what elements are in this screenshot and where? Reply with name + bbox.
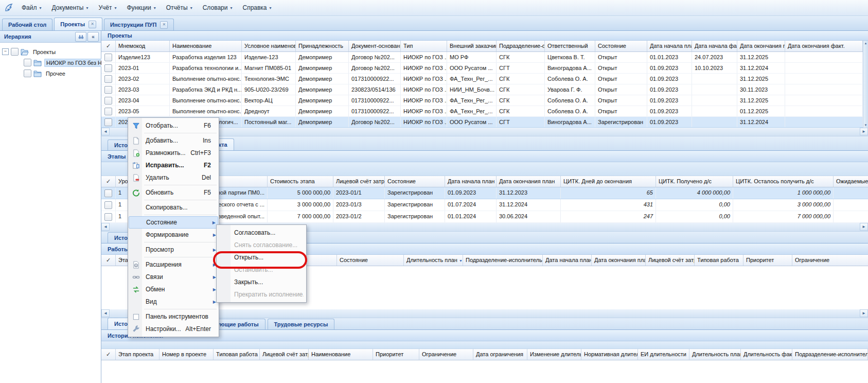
cell[interactable]: Открыт (595, 106, 647, 116)
scroll-down-icon[interactable]: ▼ (864, 124, 867, 127)
column-header[interactable]: Лицевой счёт затрат. (333, 176, 385, 187)
row-checkbox[interactable] (104, 213, 112, 221)
cell[interactable]: 31.12.2025 (737, 95, 785, 106)
column-header[interactable]: Дата окончания факт. (785, 41, 863, 51)
cell[interactable]: НИОКР по ГОЗ ... (401, 63, 447, 73)
row-checkbox-cell[interactable] (101, 117, 116, 127)
column-header[interactable]: Ограничение (792, 255, 868, 266)
cell[interactable]: 01.12.2025 (737, 106, 785, 116)
cell[interactable]: НИОКР по ГОЗ ... (401, 106, 447, 116)
cell[interactable] (692, 106, 737, 116)
cell[interactable]: Демопример (296, 52, 349, 62)
cell[interactable]: 3 000 000,00 (733, 199, 834, 211)
row-checkbox[interactable] (104, 86, 112, 94)
tab[interactable]: Проекты✕ (54, 18, 102, 30)
column-header[interactable]: Принадлежность (296, 41, 349, 51)
scroll-right-icon[interactable]: ► (860, 309, 868, 317)
row-checkbox-cell[interactable] (101, 187, 116, 199)
column-header[interactable]: Подразделение-исполнитель (792, 349, 868, 360)
cell[interactable]: 7 000 000,00 (733, 211, 834, 222)
cell[interactable] (785, 117, 863, 127)
menu-item[interactable]: Формирование▶ (129, 229, 218, 241)
tree-checkbox[interactable] (11, 48, 19, 56)
column-header[interactable]: Ограничение (419, 349, 473, 360)
menu-item[interactable]: Согласовать... (217, 227, 306, 239)
cell[interactable]: 30.11.2023 (737, 84, 785, 95)
menu-item[interactable]: ОбновитьF5 (129, 186, 218, 199)
cell[interactable]: 905-U020-23/269 (242, 84, 296, 95)
cell[interactable]: 5 000 000,00 (268, 187, 333, 199)
column-header[interactable]: ЦИТК. Получено д/с (656, 176, 733, 187)
row-checkbox[interactable] (104, 189, 112, 197)
cell[interactable]: Постоянный маг... (242, 117, 296, 127)
menu-documents[interactable]: Документы▾ (47, 2, 94, 13)
select-all-column-header[interactable]: ✓ (101, 255, 116, 266)
cell[interactable]: ООО Русатом ... (447, 63, 497, 73)
menu-item[interactable]: Состояние▶ (129, 216, 218, 229)
cell[interactable]: 24.07.2023 (692, 52, 737, 62)
cell[interactable]: 4 000 000,00 (656, 187, 733, 199)
cell[interactable]: НИОКР по ГОЗ ... (401, 95, 447, 106)
cell[interactable]: Магнит ПМ085-01 (242, 63, 296, 73)
column-header[interactable]: Стоимость этапа (268, 176, 333, 187)
column-header[interactable]: Лицевой счёт затрат (260, 349, 309, 360)
row-checkbox-cell[interactable] (101, 74, 116, 84)
column-header[interactable]: Состояние (595, 41, 647, 51)
tab[interactable]: Рабочий стол (2, 19, 52, 30)
cell[interactable]: 2023-02 (116, 74, 170, 84)
cell[interactable]: СГК (497, 106, 545, 116)
column-header[interactable]: Внешний заказчик (447, 41, 497, 51)
cell[interactable]: Демопример (296, 117, 349, 127)
cell[interactable]: НИИ_НМ_Бочв... (447, 84, 497, 95)
table-row[interactable]: 2023-04Выполнение опытно-конс...Вектор-А… (101, 95, 863, 106)
binoculars-search-icon[interactable] (75, 32, 86, 42)
cell[interactable]: Договор №202... (349, 117, 401, 127)
column-header[interactable]: Дата начала факт. (692, 41, 737, 51)
cell[interactable]: Демопример (296, 63, 349, 73)
row-checkbox[interactable] (104, 97, 112, 105)
menu-item[interactable]: Исправить...F2 (129, 159, 218, 171)
cell[interactable]: НИОКР по ГОЗ ... (401, 74, 447, 84)
cell[interactable]: Разработка ЭКД и РКД н... (170, 84, 242, 95)
row-checkbox[interactable] (104, 108, 112, 115)
menu-item[interactable]: Просмотр▶ (129, 243, 218, 256)
cell[interactable]: Открыт (595, 84, 647, 95)
cell[interactable]: Соболева О. А. (545, 74, 595, 84)
column-header[interactable]: Дата окончания план (497, 176, 561, 187)
cell[interactable]: Договор №202... (349, 63, 401, 73)
column-header[interactable]: Типовая работа (695, 255, 743, 266)
cell[interactable]: Договор №202... (349, 52, 401, 62)
scrollbar-track[interactable] (110, 309, 860, 318)
menu-item[interactable]: Размножить...Ctrl+F3 (129, 147, 218, 159)
cell[interactable]: 30.06.2024 (497, 211, 561, 222)
cell[interactable]: Вектор-АЦ (242, 95, 296, 106)
column-header[interactable]: Дата начала план (445, 176, 497, 187)
tree-item-projects[interactable]: − Проекты (2, 46, 99, 57)
expander-icon[interactable]: − (2, 48, 9, 55)
scroll-left-icon[interactable]: ◄ (101, 309, 110, 317)
column-header[interactable]: Длительность план (689, 349, 741, 360)
cell[interactable]: НИОКР по ГОЗ ... (401, 52, 447, 62)
cell[interactable]: НИОКР по ГОЗ ... (401, 117, 447, 127)
row-checkbox-cell[interactable] (101, 211, 116, 222)
menu-dictionaries[interactable]: Словари▾ (198, 2, 238, 13)
cell[interactable]: НИОКР по ГОЗ ... (401, 84, 447, 95)
cell[interactable]: Открыт (595, 74, 647, 84)
cell[interactable]: 01.09.2023 (647, 74, 692, 84)
cell[interactable]: 2023-01 (116, 63, 170, 73)
row-checkbox[interactable] (104, 201, 112, 209)
cell[interactable]: 31.12.2024 (737, 117, 785, 127)
cell[interactable]: Зарегистрирован (595, 117, 647, 127)
cell[interactable]: Виноградова А... (545, 117, 595, 127)
column-header[interactable]: Лицевой счёт затрат (646, 255, 695, 266)
cell[interactable]: Виноградова А... (545, 63, 595, 73)
close-icon[interactable]: ✕ (160, 21, 168, 29)
menu-item[interactable]: УдалитьDel (129, 171, 218, 184)
cell[interactable]: Технология-ЭМС (242, 74, 296, 84)
cell[interactable]: Выполнение опытно-конс... (170, 106, 242, 116)
row-checkbox[interactable] (104, 75, 112, 83)
cell[interactable]: 2023-03 (116, 84, 170, 95)
cell[interactable]: 230823/0514/136 (349, 84, 401, 95)
table-row[interactable]: 2023-03Разработка ЭКД и РКД н...905-U020… (101, 84, 863, 95)
column-header[interactable]: Документ-основание (349, 41, 401, 51)
